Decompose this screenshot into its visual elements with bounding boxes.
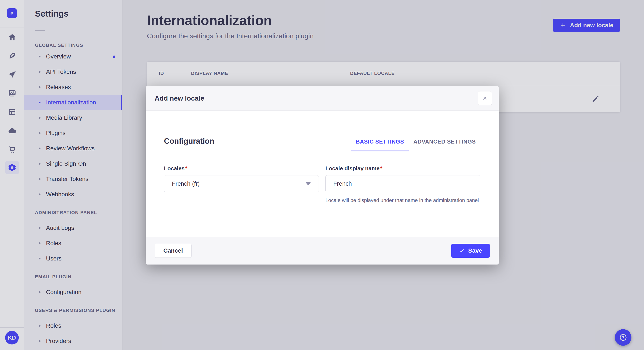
check-icon bbox=[459, 248, 465, 254]
save-button[interactable]: Save bbox=[451, 244, 490, 258]
form-fields-row: Locales* French (fr) Locale display name… bbox=[164, 165, 480, 204]
chevron-down-icon bbox=[306, 182, 311, 185]
display-name-label-text: Locale display name bbox=[326, 165, 380, 172]
modal-footer: Cancel Save bbox=[146, 237, 499, 265]
modal-body: Configuration BASIC SETTINGS ADVANCED SE… bbox=[146, 111, 499, 237]
display-name-field: Locale display name* Locale will be disp… bbox=[326, 165, 480, 204]
display-name-input[interactable] bbox=[326, 175, 480, 192]
display-name-label: Locale display name* bbox=[326, 165, 480, 172]
modal-title: Add new locale bbox=[154, 94, 204, 102]
required-asterisk: * bbox=[380, 165, 382, 172]
add-locale-modal: Add new locale Configuration BASIC SETTI… bbox=[146, 86, 499, 265]
locales-label: Locales* bbox=[164, 165, 319, 172]
cancel-button[interactable]: Cancel bbox=[154, 244, 192, 258]
settings-tabs: BASIC SETTINGS ADVANCED SETTINGS bbox=[351, 138, 480, 151]
locales-label-text: Locales bbox=[164, 165, 185, 172]
modal-header: Add new locale bbox=[146, 86, 499, 111]
app-root: KD Settings GLOBAL SETTINGS Overview API… bbox=[0, 0, 644, 350]
save-label: Save bbox=[468, 247, 482, 254]
configuration-section-head: Configuration BASIC SETTINGS ADVANCED SE… bbox=[164, 111, 480, 151]
locales-field: Locales* French (fr) bbox=[164, 165, 319, 204]
close-button[interactable] bbox=[478, 91, 492, 105]
locales-select-value: French (fr) bbox=[172, 180, 200, 187]
close-icon bbox=[482, 95, 488, 101]
tab-advanced-settings[interactable]: ADVANCED SETTINGS bbox=[409, 138, 480, 151]
display-name-helper-text: Locale will be displayed under that name… bbox=[326, 196, 480, 204]
locales-select[interactable]: French (fr) bbox=[164, 175, 319, 192]
configuration-title: Configuration bbox=[164, 137, 214, 151]
tab-basic-settings[interactable]: BASIC SETTINGS bbox=[351, 138, 409, 151]
required-asterisk: * bbox=[185, 165, 188, 172]
